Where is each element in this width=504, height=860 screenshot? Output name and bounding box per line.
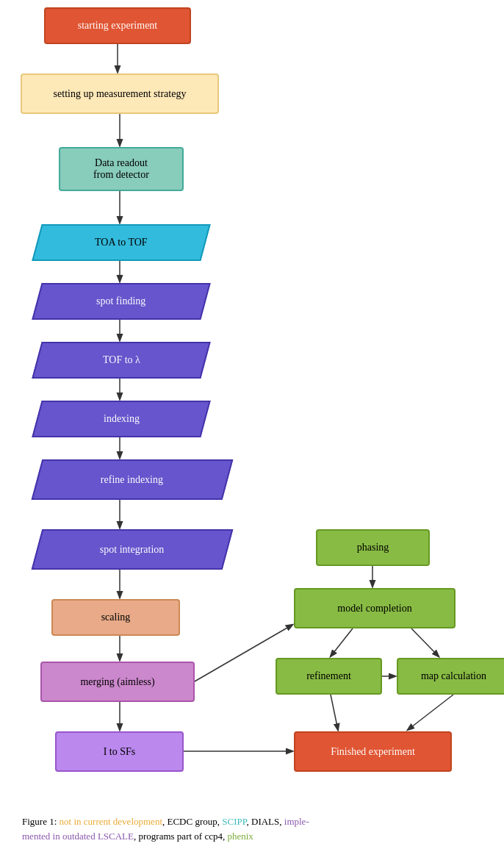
node-label-finished: Finished experiment	[331, 746, 415, 758]
node-label-itosf: I to SFs	[104, 746, 136, 758]
caption-phenix: phenix	[227, 831, 253, 842]
svg-line-17	[408, 695, 453, 730]
node-label-indexing: indexing	[104, 413, 140, 425]
node-mapcalc: map calculation	[397, 658, 504, 695]
caption-ecdc: , ECDC group,	[162, 816, 222, 827]
node-spotint: spot integration	[32, 529, 234, 570]
node-label-modelcomp: model completion	[337, 603, 411, 614]
node-label-tof2l: TOF to λ	[103, 354, 140, 366]
node-phasing: phasing	[316, 529, 430, 566]
node-tof2l: TOF to λ	[32, 342, 210, 379]
diagram: starting experimentsetting up measuremen…	[0, 0, 504, 809]
node-itosf: I to SFs	[55, 731, 184, 772]
caption-ccp4: , programs part of ccp4,	[134, 831, 227, 842]
svg-line-15	[411, 628, 439, 656]
node-indexing: indexing	[32, 401, 210, 437]
node-label-spotint: spot integration	[100, 544, 165, 556]
caption-scipp: SCIPP	[222, 816, 246, 827]
caption-prefix: Figure 1:	[22, 816, 57, 827]
node-label-toa: TOA to TOF	[95, 237, 148, 248]
node-refine: refine indexing	[32, 459, 234, 500]
node-label-mapcalc: map calculation	[421, 670, 486, 682]
caption-dials: , DIALS,	[247, 816, 284, 827]
node-label-refine: refine indexing	[101, 474, 163, 486]
svg-line-18	[331, 695, 338, 730]
svg-line-14	[331, 628, 353, 656]
node-label-refinement: refinement	[306, 670, 351, 682]
node-readout: Data readoutfrom detector	[59, 147, 184, 191]
node-label-spotfind: spot finding	[96, 295, 145, 307]
node-label-readout: Data readoutfrom detector	[93, 157, 149, 181]
caption-not-dev: not in current development	[60, 816, 162, 827]
node-label-strategy: setting up measurement strategy	[54, 88, 187, 100]
node-label-phasing: phasing	[357, 542, 389, 553]
node-toa: TOA to TOF	[32, 224, 210, 261]
node-modelcomp: model completion	[294, 588, 456, 628]
node-scaling: scaling	[51, 599, 180, 636]
node-strategy: setting up measurement strategy	[21, 74, 219, 114]
figure-caption: Figure 1: not in current development, EC…	[0, 809, 504, 850]
node-label-scaling: scaling	[101, 612, 131, 623]
node-spotfind: spot finding	[32, 283, 210, 320]
node-merging: merging (aimless)	[40, 662, 195, 702]
node-refinement: refinement	[276, 658, 382, 695]
node-finished: Finished experiment	[294, 731, 452, 772]
node-start: starting experiment	[44, 7, 191, 44]
node-label-merging: merging (aimless)	[80, 676, 154, 688]
node-label-start: starting experiment	[78, 20, 157, 32]
